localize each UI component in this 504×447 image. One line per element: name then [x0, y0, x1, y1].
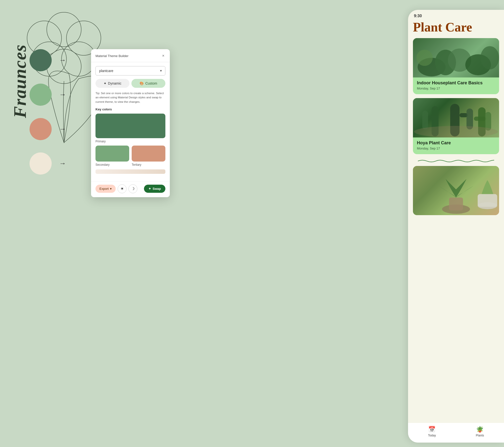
card-2-title: Hoya Plant Care: [417, 140, 495, 146]
export-button[interactable]: Export ▾: [95, 185, 116, 193]
card-2-info: Hoya Plant Care Monday, Sep 17: [413, 138, 499, 154]
close-button[interactable]: ×: [161, 53, 165, 58]
brand-text: Fraunces: [10, 44, 30, 118]
svg-rect-23: [449, 198, 463, 210]
secondary-label: Secondary: [95, 163, 129, 167]
primary-label: Primary: [95, 140, 165, 143]
dialog-title: Material Theme Builder: [95, 54, 128, 58]
arrow-3: →: [59, 125, 66, 133]
tertiary-label: Tertiary: [132, 163, 165, 167]
squiggly-divider: [413, 158, 499, 164]
card-3-image: [413, 166, 499, 215]
primary-color-block[interactable]: [95, 114, 165, 138]
dot-salmon: [30, 118, 52, 140]
svg-point-4: [62, 42, 96, 76]
export-chevron-icon: ▾: [110, 187, 112, 190]
arrow-1: →: [59, 56, 66, 64]
cactus-illustration: [413, 98, 499, 138]
arrow-2: →: [59, 91, 66, 99]
tip-text: Tip: Set one or more colors to create a …: [95, 91, 165, 104]
dynamic-icon: ✦: [104, 81, 107, 85]
phone-mockup: 9:30 Plant Care Indoor Houseplant Care B…: [408, 10, 504, 443]
svg-rect-19: [474, 117, 486, 121]
svg-rect-14: [422, 111, 428, 130]
light-mode-button[interactable]: ☀: [118, 184, 126, 193]
swap-label: Swap: [153, 187, 161, 190]
svg-point-11: [480, 46, 499, 69]
dialog-footer: Export ▾ ☀ ☽ ✦ Swap: [91, 181, 170, 197]
card-2[interactable]: Hoya Plant Care Monday, Sep 17: [413, 98, 499, 154]
sun-icon: ☀: [120, 186, 124, 191]
dialog-header: Material Theme Builder ×: [91, 49, 170, 62]
card-3[interactable]: [413, 166, 499, 215]
card-1-title: Indoor Houseplant Care Basics: [417, 80, 495, 86]
project-dropdown[interactable]: plantcare: [95, 66, 165, 75]
secondary-color-block[interactable]: [95, 146, 129, 162]
plants-icon: 🪴: [476, 426, 484, 433]
nav-today[interactable]: 📅 Today: [428, 426, 436, 437]
custom-icon: 🎨: [140, 81, 144, 85]
card-2-date: Monday, Sep 17: [417, 147, 495, 150]
status-time: 9:30: [414, 14, 422, 18]
squiggly-line: [418, 159, 494, 164]
project-dropdown-wrapper: plantcare ▼: [95, 66, 165, 75]
dot-row-3: →: [30, 118, 66, 140]
nav-plants[interactable]: 🪴 Plants: [476, 426, 484, 437]
tertiary-color-block[interactable]: [132, 146, 165, 162]
mode-buttons-group: ✦ Dynamic 🎨 Custom: [95, 79, 165, 88]
bottom-nav: 📅 Today 🪴 Plants: [408, 423, 504, 443]
card-1-date: Monday, Sep 17: [417, 86, 495, 90]
color-dot-list: → → → →: [30, 49, 66, 174]
dialog-body: plantcare ▼ ✦ Dynamic 🎨 Custom Tip: Set …: [91, 62, 170, 181]
dot-dark-green: [30, 49, 52, 71]
arrow-4: →: [59, 160, 66, 168]
dynamic-mode-button[interactable]: ✦ Dynamic: [95, 79, 129, 88]
svg-rect-16: [459, 113, 468, 117]
swap-button[interactable]: ✦ Swap: [144, 185, 165, 193]
key-colors-label: Key colors: [95, 107, 165, 111]
status-bar: 9:30: [408, 10, 504, 20]
aloe-illustration: [413, 166, 499, 215]
svg-point-0: [47, 12, 81, 47]
card-1-image: [413, 38, 499, 77]
card-1[interactable]: Indoor Houseplant Care Basics Monday, Se…: [413, 38, 499, 94]
today-label: Today: [428, 434, 436, 437]
sec-ter-labels: Secondary Tertiary: [95, 163, 165, 167]
neutral-color-bar: [95, 169, 165, 174]
custom-label: Custom: [145, 81, 157, 85]
card-2-image: [413, 98, 499, 138]
dynamic-label: Dynamic: [108, 81, 121, 85]
today-icon: 📅: [428, 426, 436, 433]
app-title: Plant Care: [413, 20, 499, 34]
theme-builder-dialog: Material Theme Builder × plantcare ▼ ✦ D…: [91, 49, 170, 197]
secondary-tertiary-row: [95, 146, 165, 162]
plants-illustration-1: [413, 38, 499, 77]
dark-mode-button[interactable]: ☽: [128, 184, 137, 193]
swap-icon: ✦: [148, 187, 151, 190]
moon-icon: ☽: [131, 186, 135, 191]
dot-row-2: →: [30, 84, 66, 106]
plants-label: Plants: [476, 434, 484, 437]
export-label: Export: [99, 187, 109, 190]
dot-cream: [30, 153, 52, 174]
dot-row-4: →: [30, 153, 66, 174]
svg-point-21: [414, 126, 498, 138]
app-content: Plant Care Indoor Houseplant Care Basics…: [408, 20, 504, 219]
svg-rect-13: [427, 116, 439, 120]
svg-rect-25: [478, 194, 497, 207]
card-1-info: Indoor Houseplant Care Basics Monday, Se…: [413, 77, 499, 94]
dot-row-1: →: [30, 49, 66, 71]
dot-light-green: [30, 84, 52, 106]
custom-mode-button[interactable]: 🎨 Custom: [131, 79, 165, 88]
svg-point-10: [416, 50, 433, 66]
